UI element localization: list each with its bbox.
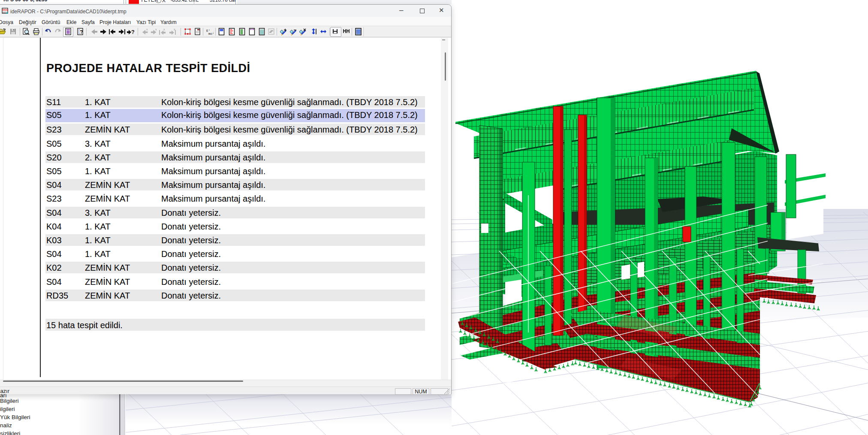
svg-text:x: x [174, 28, 175, 31]
svg-text:DOC: DOC [3, 9, 9, 11]
svg-text:x: x [146, 28, 148, 31]
svg-text:?: ? [131, 29, 134, 35]
svg-text:mc²: mc² [208, 32, 214, 36]
svg-text:x: x [155, 28, 157, 31]
svg-text:?: ? [80, 29, 83, 35]
svg-text:x: x [163, 28, 165, 31]
